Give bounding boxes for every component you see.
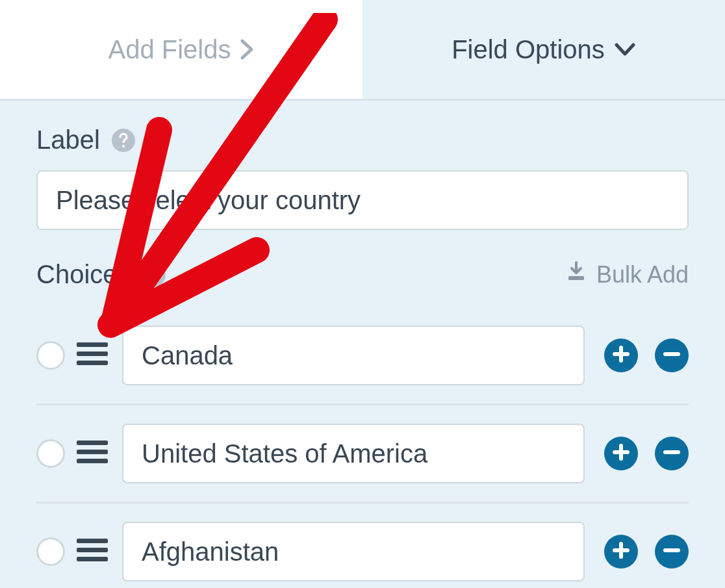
svg-rect-5 [77, 342, 108, 347]
svg-point-1 [122, 144, 125, 147]
plus-icon [611, 344, 631, 366]
drag-handle-icon[interactable] [77, 341, 108, 370]
bulk-add-label: Bulk Add [596, 261, 689, 288]
drag-handle-icon[interactable] [77, 537, 108, 566]
svg-rect-4 [568, 276, 584, 280]
tab-field-options-label: Field Options [452, 35, 605, 64]
add-choice-button[interactable] [604, 339, 638, 372]
svg-rect-10 [77, 459, 108, 463]
svg-rect-11 [77, 539, 108, 543]
default-choice-radio[interactable] [36, 537, 65, 566]
minus-icon [662, 442, 681, 465]
remove-choice-button[interactable] [655, 339, 689, 372]
svg-rect-13 [77, 557, 108, 561]
svg-point-3 [152, 279, 155, 281]
tab-field-options[interactable]: Field Options [363, 0, 725, 99]
choice-row [36, 504, 689, 588]
label-title: Label [36, 125, 100, 155]
bulk-add-button[interactable]: Bulk Add [565, 261, 689, 288]
svg-rect-9 [77, 450, 108, 454]
choice-actions [604, 339, 689, 372]
choice-actions [604, 535, 689, 569]
label-input[interactable] [36, 170, 689, 230]
help-icon[interactable] [142, 263, 166, 287]
choice-input[interactable] [122, 326, 585, 385]
svg-rect-6 [77, 352, 108, 356]
help-icon[interactable] [112, 129, 135, 152]
add-choice-button[interactable] [604, 437, 638, 470]
tabs-bar: Add Fields Field Options [0, 0, 725, 101]
chevron-right-icon [240, 38, 254, 60]
drag-handle-icon[interactable] [77, 439, 108, 468]
plus-icon [611, 541, 631, 563]
add-choice-button[interactable] [604, 535, 638, 569]
choice-input[interactable] [122, 424, 585, 483]
choice-input[interactable] [122, 522, 585, 582]
minus-icon [662, 541, 681, 563]
choices-section: Choices Bulk Add [36, 260, 689, 588]
svg-rect-7 [77, 361, 108, 365]
chevron-down-icon [614, 42, 636, 57]
download-icon [565, 261, 596, 288]
default-choice-radio[interactable] [36, 439, 65, 468]
field-options-panel: Label Choices [0, 101, 725, 588]
svg-rect-12 [77, 548, 108, 552]
default-choice-radio[interactable] [36, 341, 65, 370]
minus-icon [662, 344, 681, 366]
choice-row [36, 405, 689, 504]
label-header: Label [36, 125, 689, 155]
choices-header: Choices Bulk Add [36, 260, 689, 289]
remove-choice-button[interactable] [655, 535, 689, 569]
tab-add-fields-label: Add Fields [108, 35, 231, 64]
tab-add-fields[interactable]: Add Fields [0, 0, 363, 99]
choices-title: Choices [36, 260, 131, 289]
choice-actions [604, 437, 689, 470]
choice-row [36, 307, 689, 405]
remove-choice-button[interactable] [655, 437, 689, 470]
plus-icon [611, 442, 631, 465]
svg-rect-8 [77, 441, 108, 445]
